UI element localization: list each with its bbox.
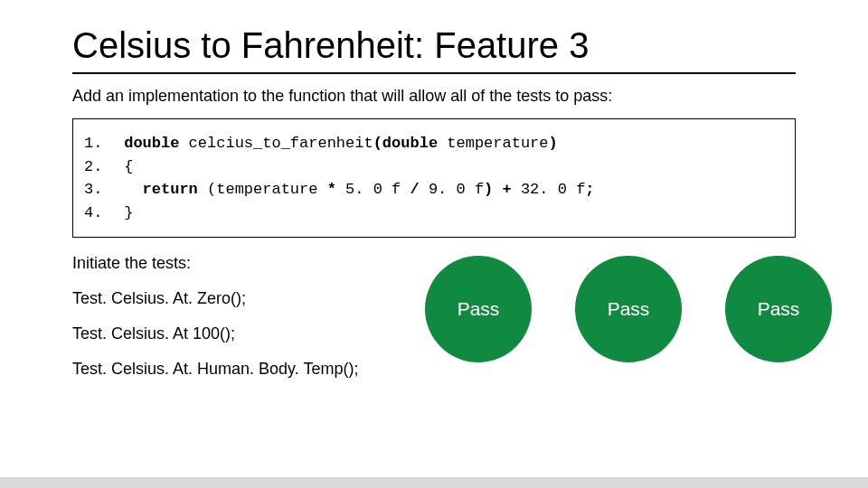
code-line: 3. return (temperature * 5. 0 f / 9. 0 f… xyxy=(84,178,784,202)
tests-label: Initiate the tests: xyxy=(72,254,416,273)
test-call: Test. Celsius. At. Zero(); xyxy=(72,289,416,308)
pass-badge: Pass xyxy=(725,256,832,362)
code-line: 1. double celcius_to_farenheit(double te… xyxy=(84,132,784,155)
code-line: 4. } xyxy=(84,202,784,225)
code-block: 1. double celcius_to_farenheit(double te… xyxy=(72,118,796,238)
slide-title: Celsius to Fahrenheit: Feature 3 xyxy=(72,25,796,65)
results-row: Pass Pass Pass xyxy=(416,256,832,362)
pass-badge: Pass xyxy=(425,256,532,362)
slide-subtitle: Add an implementation to the function th… xyxy=(72,87,796,106)
test-call: Test. Celsius. At 100(); xyxy=(72,324,416,343)
pass-badge: Pass xyxy=(575,256,682,362)
title-underline xyxy=(72,72,796,74)
test-call: Test. Celsius. At. Human. Body. Temp(); xyxy=(72,360,416,379)
code-line: 2. { xyxy=(84,155,784,179)
footer-bar xyxy=(0,477,868,488)
